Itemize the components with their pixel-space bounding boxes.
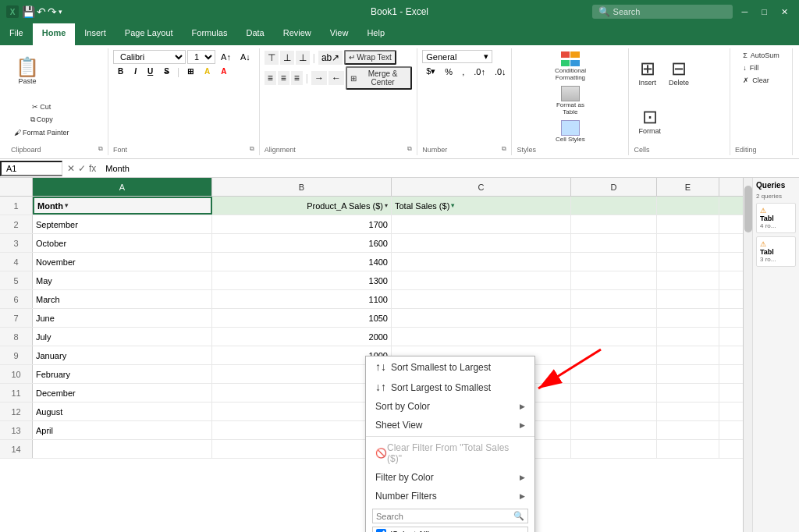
currency-button[interactable]: $▾ <box>422 65 439 78</box>
col-header-b[interactable]: B <box>212 178 392 196</box>
cell-a5[interactable]: May <box>33 271 212 289</box>
cell-d1[interactable] <box>571 197 657 215</box>
cell-e5[interactable] <box>657 271 719 289</box>
sheet-view-item[interactable]: Sheet View <box>366 416 534 434</box>
delete-button[interactable]: ⊟ Delete <box>664 58 694 88</box>
cell-b6[interactable]: 1100 <box>212 290 392 308</box>
insert-button[interactable]: ⊞ Insert <box>634 58 661 88</box>
tab-insert[interactable]: Insert <box>75 23 115 45</box>
minimize-button[interactable]: ─ <box>737 5 753 18</box>
middle-align-button[interactable]: ⊥ <box>280 51 294 65</box>
cell-e2[interactable] <box>657 215 719 233</box>
query-item-1[interactable]: ⚠ Tabl 4 ro... <box>756 203 796 233</box>
filter-arrow-c1[interactable]: ▾ <box>451 202 454 209</box>
cell-a12[interactable]: August <box>33 403 212 420</box>
undo-button[interactable]: ↶ <box>37 5 46 18</box>
cell-d2[interactable] <box>571 215 657 233</box>
paste-button[interactable]: 📋 Paste <box>11 56 44 87</box>
cell-a9[interactable]: January <box>33 346 212 364</box>
number-format-select[interactable]: General ▾ <box>422 50 492 63</box>
cell-d4[interactable] <box>571 253 657 271</box>
tab-review[interactable]: Review <box>274 23 321 45</box>
conditional-formatting-button[interactable]: Conditional Formatting <box>551 50 590 83</box>
cell-d13[interactable] <box>571 421 657 439</box>
col-header-e[interactable]: E <box>657 178 719 196</box>
indent-button[interactable]: → <box>311 71 327 85</box>
number-filters-item[interactable]: Number Filters <box>366 487 534 505</box>
cell-b7[interactable]: 1050 <box>212 309 392 327</box>
autosum-button[interactable]: Σ AutoSum <box>740 50 783 61</box>
cell-b3[interactable]: 1600 <box>212 234 392 252</box>
filter-arrow-b1[interactable]: ▾ <box>385 202 388 209</box>
cell-a3[interactable]: October <box>33 234 212 252</box>
clear-button[interactable]: ✗ Clear <box>740 75 772 86</box>
align-left-button[interactable]: ≡ <box>265 71 276 85</box>
top-align-button[interactable]: ⊤ <box>265 51 279 65</box>
tab-data[interactable]: Data <box>236 23 273 45</box>
increase-decimal-button[interactable]: .0↑ <box>470 65 489 78</box>
format-as-table-button[interactable]: Format as Table <box>551 84 590 117</box>
cell-c2[interactable] <box>392 215 571 233</box>
cell-d10[interactable] <box>571 365 657 383</box>
underline-button[interactable]: U <box>143 66 158 77</box>
cell-d3[interactable] <box>571 234 657 252</box>
cell-e7[interactable] <box>657 309 719 327</box>
outdent-button[interactable]: ← <box>328 71 344 85</box>
search-bar[interactable]: 🔍 Search <box>592 5 733 19</box>
cell-a7[interactable]: June <box>33 309 212 327</box>
cell-e12[interactable] <box>657 403 719 420</box>
fx-button[interactable]: fx <box>89 163 96 174</box>
bottom-align-button[interactable]: ⊥ <box>296 51 310 65</box>
close-button[interactable]: ✕ <box>776 5 793 19</box>
cell-c8[interactable] <box>392 328 571 346</box>
tab-home[interactable]: Home <box>33 23 76 45</box>
confirm-formula-button[interactable]: ✓ <box>78 163 86 174</box>
maximize-button[interactable]: □ <box>757 5 772 18</box>
percent-button[interactable]: % <box>441 65 456 78</box>
clear-filter-item[interactable]: 🚫 Clear Filter From "Total Sales ($)" <box>366 438 534 468</box>
alignment-expand-icon[interactable]: ⧉ <box>407 145 412 153</box>
italic-button[interactable]: I <box>130 66 141 77</box>
filter-check-select-all[interactable]: (Select All) <box>373 527 527 532</box>
clipboard-expand-icon[interactable]: ⧉ <box>98 145 103 153</box>
font-size-select[interactable]: 11 <box>187 50 215 64</box>
col-header-a[interactable]: A <box>33 178 212 196</box>
cell-c1[interactable]: Total Sales ($) ▾ <box>392 197 571 215</box>
fill-button[interactable]: ↓ Fill <box>740 62 762 73</box>
cell-a4[interactable]: November <box>33 253 212 271</box>
tab-formulas[interactable]: Formulas <box>183 23 237 45</box>
cell-b2[interactable]: 1700 <box>212 215 392 233</box>
filter-by-color-item[interactable]: Filter by Color <box>366 468 534 487</box>
cell-d5[interactable] <box>571 271 657 289</box>
cell-c6[interactable] <box>392 290 571 308</box>
cell-d7[interactable] <box>571 309 657 327</box>
decrease-font-button[interactable]: A↓ <box>236 51 254 63</box>
sort-largest-to-smallest-item[interactable]: ↓↑Sort Largest to Smallest <box>366 377 534 397</box>
query-item-2[interactable]: ⚠ Tabl 3 ro... <box>756 236 796 267</box>
cell-e8[interactable] <box>657 328 719 346</box>
cell-d8[interactable] <box>571 328 657 346</box>
format-painter-button[interactable]: 🖌 Format Painter <box>11 127 73 138</box>
cell-e13[interactable] <box>657 421 719 439</box>
border-button[interactable]: ⊞ <box>183 66 198 77</box>
redo-button[interactable]: ↷ <box>48 5 57 18</box>
fill-color-button[interactable]: A <box>200 66 215 77</box>
filter-search-input[interactable] <box>376 512 513 521</box>
save-button[interactable]: 💾 <box>22 5 35 18</box>
filter-arrow-a1[interactable]: ▾ <box>65 202 68 209</box>
cell-styles-button[interactable]: Cell Styles <box>551 119 590 144</box>
cell-a11[interactable]: December <box>33 384 212 402</box>
cell-d14[interactable] <box>571 440 657 458</box>
vertical-scrollbar[interactable] <box>743 178 752 532</box>
increase-font-button[interactable]: A↑ <box>217 51 235 63</box>
wrap-text-button[interactable]: ↵ Wrap Text <box>344 50 396 65</box>
cell-e4[interactable] <box>657 253 719 271</box>
copy-button[interactable]: ⧉ Copy <box>11 114 73 126</box>
decrease-decimal-button[interactable]: .0↓ <box>491 65 510 78</box>
number-expand-icon[interactable]: ⧉ <box>502 145 506 153</box>
cell-d12[interactable] <box>571 403 657 420</box>
font-color-button[interactable]: A <box>216 66 231 77</box>
sort-by-color-item[interactable]: Sort by Color <box>366 397 534 416</box>
cell-e9[interactable] <box>657 346 719 364</box>
strikethrough-button[interactable]: S <box>159 66 174 77</box>
